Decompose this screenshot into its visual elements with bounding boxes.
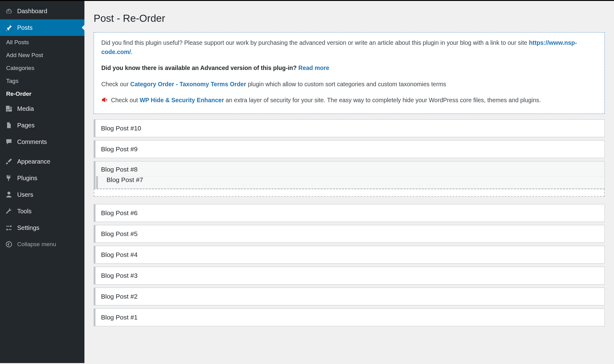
- submenu-item-all-posts[interactable]: All Posts: [0, 36, 84, 49]
- sidebar-item-pages[interactable]: Pages: [0, 117, 84, 134]
- sortable-post-row[interactable]: Blog Post #4: [94, 246, 605, 264]
- notice-text: Did you find this plugin useful? Please …: [101, 39, 529, 46]
- collapse-label: Collapse menu: [17, 241, 56, 248]
- sidebar-item-tools[interactable]: Tools: [0, 203, 84, 219]
- submenu-item-categories[interactable]: Categories: [0, 62, 84, 75]
- bullhorn-icon: [101, 96, 108, 106]
- submenu-item-add-new[interactable]: Add New Post: [0, 49, 84, 62]
- notice-paragraph-category-order: Check our Category Order - Taxonomy Term…: [101, 79, 597, 89]
- svg-point-0: [6, 242, 12, 247]
- sidebar-item-label: Users: [17, 191, 33, 198]
- media-icon: [5, 105, 13, 113]
- notice-text: Check out: [109, 97, 140, 103]
- notice-bold-text: Did you know there is available an Advan…: [101, 64, 298, 71]
- post-title: Blog Post #3: [101, 272, 138, 279]
- sortable-post-row[interactable]: Blog Post #6: [94, 204, 605, 222]
- post-title: Blog Post #4: [101, 251, 138, 258]
- sortable-post-row[interactable]: Blog Post #1: [94, 308, 605, 326]
- post-title: Blog Post #2: [101, 293, 138, 300]
- sidebar-item-dashboard[interactable]: Dashboard: [0, 3, 84, 19]
- page-icon: [5, 121, 13, 129]
- post-title: Blog Post #1: [101, 314, 138, 321]
- sortable-post-row[interactable]: Blog Post #9: [94, 140, 605, 158]
- sidebar-item-label: Media: [17, 105, 34, 112]
- sidebar-item-label: Comments: [17, 138, 47, 145]
- read-more-link[interactable]: Read more: [298, 64, 329, 71]
- pin-icon: [5, 24, 13, 32]
- notice-text: plugin which allow to custom sort catego…: [246, 81, 446, 87]
- sidebar-item-label: Dashboard: [17, 8, 47, 15]
- comment-icon: [5, 138, 13, 146]
- post-title: Blog Post #7: [107, 176, 143, 183]
- sidebar-item-label: Pages: [17, 122, 35, 129]
- sliders-icon: [5, 224, 13, 232]
- post-title: Blog Post #10: [101, 125, 141, 132]
- dragging-group[interactable]: Blog Post #8 Blog Post #7: [94, 161, 605, 189]
- sidebar-item-settings[interactable]: Settings: [0, 219, 84, 236]
- sidebar-item-label: Tools: [17, 208, 32, 215]
- collapse-icon: [5, 240, 13, 248]
- sidebar-item-plugins[interactable]: Plugins: [0, 170, 84, 186]
- notice-text: an extra layer of security for your site…: [224, 97, 541, 103]
- sidebar-item-media[interactable]: Media: [0, 100, 84, 117]
- sidebar-separator: [0, 150, 84, 153]
- submenu-item-tags[interactable]: Tags: [0, 75, 84, 87]
- dashboard-icon: [5, 7, 13, 15]
- sidebar-item-label: Appearance: [17, 158, 50, 165]
- sidebar-item-comments[interactable]: Comments: [0, 134, 84, 150]
- sortable-post-row[interactable]: Blog Post #3: [94, 267, 605, 285]
- sortable-post-row[interactable]: Blog Post #10: [94, 119, 605, 137]
- category-order-link[interactable]: Category Order - Taxonomy Terms Order: [130, 81, 246, 87]
- notice-paragraph-support: Did you find this plugin useful? Please …: [101, 38, 597, 56]
- sidebar-item-users[interactable]: Users: [0, 186, 84, 203]
- sortable-post-row[interactable]: Blog Post #8: [95, 161, 604, 176]
- brush-icon: [5, 157, 13, 165]
- notice-text: Check our: [101, 81, 130, 87]
- sortable-post-row[interactable]: Blog Post #5: [94, 225, 605, 243]
- post-title: Blog Post #5: [101, 230, 138, 237]
- plug-icon: [5, 174, 13, 182]
- notice-text: .: [131, 48, 132, 55]
- spacer: [94, 200, 605, 204]
- sortable-post-row[interactable]: Blog Post #7: [96, 176, 604, 188]
- sidebar-collapse[interactable]: Collapse menu: [0, 236, 84, 253]
- post-title: Blog Post #8: [101, 166, 138, 173]
- submenu-item-reorder[interactable]: Re-Order: [0, 87, 84, 100]
- main-content: Post - Re-Order Did you find this plugin…: [84, 1, 614, 363]
- sidebar-item-label: Plugins: [17, 175, 37, 182]
- sidebar-item-posts[interactable]: Posts: [0, 19, 84, 36]
- sidebar-item-label: Posts: [17, 24, 33, 31]
- user-icon: [5, 191, 13, 199]
- wp-hide-link[interactable]: WP Hide & Security Enhancer: [140, 97, 224, 103]
- sortable-post-list: Blog Post #10 Blog Post #9 Blog Post #8 …: [94, 119, 605, 326]
- plugin-notice: Did you find this plugin useful? Please …: [94, 32, 605, 114]
- notice-paragraph-wp-hide: Check out WP Hide & Security Enhancer an…: [101, 95, 597, 106]
- sortable-post-row[interactable]: Blog Post #2: [94, 288, 605, 305]
- post-title: Blog Post #6: [101, 209, 138, 216]
- sidebar-item-appearance[interactable]: Appearance: [0, 153, 84, 170]
- admin-sidebar: Dashboard Posts All Posts Add New Post C…: [0, 1, 84, 363]
- app-root: Dashboard Posts All Posts Add New Post C…: [0, 1, 614, 363]
- page-title: Post - Re-Order: [94, 13, 605, 24]
- drop-placeholder: [94, 189, 605, 197]
- notice-paragraph-advanced: Did you know there is available an Advan…: [101, 63, 597, 72]
- post-title: Blog Post #9: [101, 145, 138, 153]
- sidebar-item-label: Settings: [17, 224, 39, 231]
- posts-submenu: All Posts Add New Post Categories Tags R…: [0, 36, 84, 100]
- wrench-icon: [5, 207, 13, 215]
